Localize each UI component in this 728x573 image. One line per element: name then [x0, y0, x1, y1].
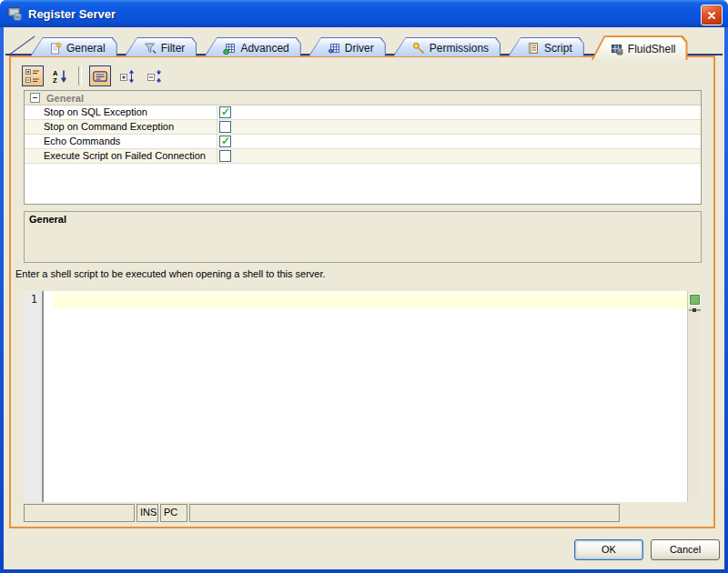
category-row-general[interactable]: General — [25, 91, 701, 106]
tab-label: FluidShell — [628, 43, 676, 55]
editor-status-bar: INS PC — [24, 504, 620, 522]
table-green-icon — [223, 42, 236, 55]
instruction-label: Enter a shell script to be executed when… — [15, 268, 326, 279]
register-server-dialog: Register Server — [0, 0, 728, 573]
property-row-execute-script-on-failed-connection[interactable]: Execute Script on Failed Connection — [25, 149, 701, 164]
tab-advanced[interactable]: Advanced — [204, 37, 300, 56]
filter-icon — [144, 42, 157, 55]
checkbox-echo-commands[interactable] — [219, 136, 231, 147]
property-label: Stop on SQL Exception — [44, 106, 147, 117]
property-toolbar: A Z — [22, 65, 166, 86]
tab-label: Filter — [161, 42, 186, 55]
tab-fluidshell[interactable]: FluidShell — [592, 35, 688, 60]
tab-general[interactable]: General — [30, 37, 117, 56]
fluidshell-panel: A Z — [9, 55, 715, 528]
svg-text:Z: Z — [53, 76, 57, 84]
dialog-client-area: General Filter — [4, 27, 724, 569]
script-icon — [527, 42, 540, 55]
show-description-icon — [93, 69, 107, 84]
key-icon — [412, 42, 425, 55]
checkbox-execute-script-on-failed-connection[interactable] — [219, 150, 231, 162]
collapse-category-icon[interactable] — [30, 93, 40, 103]
collapse-all-button[interactable] — [144, 65, 166, 86]
titlebar: Register Server — [0, 0, 728, 27]
current-line-highlight — [53, 294, 687, 308]
property-row-stop-on-command-exception[interactable]: Stop on Command Exception — [25, 120, 701, 135]
checkbox-stop-on-command-exception[interactable] — [219, 121, 231, 133]
toolbar-separator — [78, 66, 82, 85]
status-cell-insert-mode: INS — [136, 504, 158, 522]
categorized-button[interactable] — [22, 65, 44, 86]
table-driver-icon — [328, 42, 340, 55]
property-grid: General Stop on SQL Exception Stop on Co… — [24, 90, 702, 205]
description-panel: General — [24, 211, 702, 263]
tab-label: Script — [544, 42, 572, 55]
description-title: General — [29, 214, 696, 225]
sort-alphabetical-button[interactable]: A Z — [49, 65, 71, 86]
fluidshell-server-icon — [611, 43, 623, 55]
expand-all-button[interactable] — [116, 65, 138, 86]
collapse-all-icon — [147, 69, 162, 84]
tab-label: General — [66, 42, 106, 55]
close-button[interactable] — [701, 5, 723, 25]
property-label: Echo Commands — [44, 136, 120, 146]
sort-alphabetical-icon: A Z — [53, 69, 67, 84]
category-label: General — [46, 93, 84, 104]
show-description-button[interactable] — [89, 65, 111, 86]
close-icon — [707, 11, 716, 20]
status-cell-pc: PC — [160, 504, 187, 522]
tab-filter[interactable]: Filter — [125, 37, 197, 56]
tab-label: Driver — [345, 42, 374, 55]
property-label: Stop on Command Exception — [44, 121, 174, 132]
ok-button[interactable]: OK — [574, 539, 643, 560]
categorized-icon — [25, 69, 40, 84]
expand-all-icon — [120, 69, 135, 84]
tab-driver[interactable]: Driver — [308, 37, 386, 56]
line-number: 1 — [31, 293, 37, 306]
shell-script-editor: 1 INS PC — [24, 291, 702, 526]
tab-permissions[interactable]: Permissions — [393, 37, 500, 56]
property-label: Execute Script on Failed Connection — [44, 150, 206, 161]
checkbox-stop-on-sql-exception[interactable] — [219, 106, 231, 118]
gutter-divider — [42, 291, 44, 502]
tab-label: Advanced — [240, 42, 288, 55]
editor-text-area[interactable] — [24, 291, 702, 502]
window-title: Register Server — [28, 7, 116, 21]
tabstrip: General Filter — [30, 33, 688, 56]
overview-ruler-caret-marker — [689, 309, 701, 311]
tab-label: Permissions — [430, 42, 489, 55]
tab-script[interactable]: Script — [508, 37, 584, 56]
overview-ruler-ok-icon — [690, 295, 700, 305]
cancel-button[interactable]: Cancel — [651, 539, 720, 560]
overview-ruler[interactable] — [687, 291, 702, 502]
server-window-icon — [7, 6, 23, 22]
status-cell-message — [24, 504, 135, 522]
status-cell-extra — [189, 504, 620, 522]
grid-column-divider — [217, 106, 217, 164]
property-row-stop-on-sql-exception[interactable]: Stop on SQL Exception — [25, 106, 701, 120]
property-row-echo-commands[interactable]: Echo Commands — [25, 135, 701, 149]
document-new-icon — [49, 42, 62, 55]
editor-line-number-gutter: 1 — [24, 291, 42, 502]
